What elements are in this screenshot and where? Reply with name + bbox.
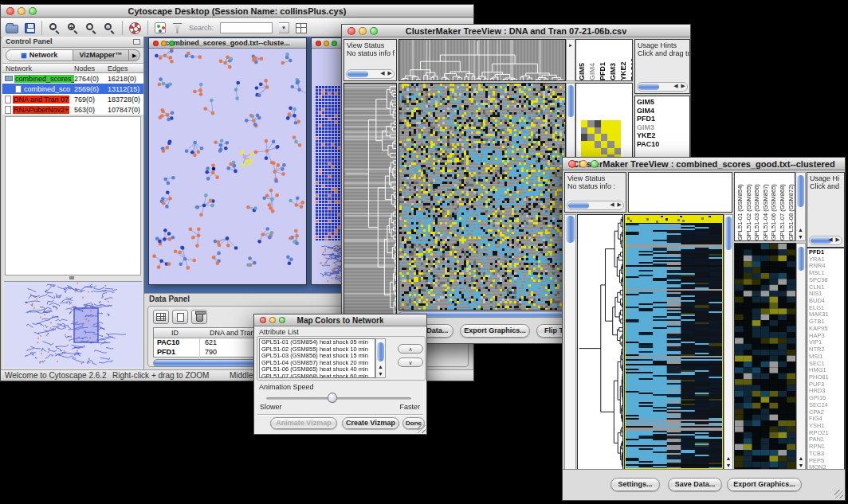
row-dendrogram-canvas[interactable] [344, 84, 396, 318]
detail-cell[interactable] [607, 120, 614, 127]
attribute-select-icon[interactable] [153, 310, 169, 324]
panel-resize-grip[interactable] [69, 276, 74, 279]
main-titlebar[interactable]: Cytoscape Desktop (Session Name: collins… [1, 5, 473, 18]
close-button[interactable] [347, 27, 355, 35]
zoom-button[interactable] [370, 27, 378, 35]
detail-cell[interactable] [614, 148, 621, 155]
import-table-icon[interactable] [296, 23, 307, 33]
column-label[interactable]: YKE2 [619, 41, 628, 80]
animate-vizmap-button[interactable]: Animate Vizmap [270, 417, 337, 429]
network-view-window[interactable]: combined_scores_good.txt--cluste... [148, 37, 307, 285]
gene-label[interactable]: GIM5 [635, 98, 689, 107]
treeview-button[interactable]: Save Data... [668, 478, 722, 491]
treeview-button[interactable]: Export Graphics... [727, 478, 802, 491]
close-button[interactable] [260, 317, 266, 323]
detail-cell[interactable] [601, 148, 607, 155]
network-table-row[interactable]: combined_scores_2764(0)16218(0) [2, 73, 143, 84]
detail-cell[interactable] [587, 148, 594, 155]
detail-heatmap[interactable] [734, 243, 796, 470]
column-dendrogram-empty[interactable] [628, 172, 732, 213]
network-table-row[interactable]: DNA and Tran 07769(0)183728(0) [2, 94, 143, 104]
main-heatmap[interactable] [624, 214, 724, 470]
column-label[interactable]: PAC10 [630, 41, 633, 80]
treeview-button[interactable]: Settings... [610, 478, 660, 491]
zoom-button[interactable] [169, 41, 175, 46]
column-label[interactable]: GPL51-02 (GSM855) [745, 174, 753, 240]
view-status-hscrollbar[interactable]: ◀ ▶ [346, 69, 395, 79]
detail-cell[interactable] [601, 120, 607, 127]
usage-hints-hscrollbar[interactable]: ◀ ▶ [637, 82, 688, 92]
zoom-button[interactable] [591, 160, 599, 168]
detail-cell[interactable] [607, 127, 614, 135]
resize-grip[interactable] [834, 490, 843, 498]
column-label[interactable]: GPL51-06 (GSM865) [770, 174, 778, 240]
global-vscrollbar[interactable] [564, 214, 576, 470]
row-dendrogram[interactable] [577, 214, 623, 470]
tab-network[interactable]: ▦Network [6, 49, 73, 61]
detail-cell[interactable] [581, 148, 587, 155]
close-button[interactable] [153, 41, 159, 46]
treeview1-titlebar[interactable]: ClusterMaker TreeView : DNA and Tran 07-… [342, 25, 690, 37]
detail-cell[interactable] [601, 141, 607, 148]
dense-network-canvas[interactable] [316, 86, 341, 240]
column-label[interactable]: GPL51-07 (GSM868) [779, 174, 787, 240]
animation-slider-track[interactable] [266, 397, 411, 400]
main-heatmap[interactable] [398, 83, 566, 311]
col-edges[interactable]: Edges [108, 64, 128, 73]
treeview2-titlebar[interactable]: ClusterMaker TreeView : combined_scores_… [563, 158, 845, 170]
new-attribute-icon[interactable] [172, 310, 188, 324]
col-nodes[interactable]: Nodes [74, 64, 95, 73]
detail-cell[interactable] [595, 148, 601, 155]
map-attribute-item[interactable]: GPL51-07 (GSM868) heat shock 60 min [260, 373, 375, 378]
birdseye-canvas[interactable] [4, 282, 143, 366]
minimize-button[interactable] [18, 7, 26, 15]
main-heatmap-canvas[interactable] [625, 215, 723, 469]
detail-cell[interactable] [607, 141, 614, 148]
column-label-scrollbar[interactable]: ▸ [566, 39, 575, 81]
zoom-button[interactable] [332, 41, 337, 46]
detail-cell[interactable] [581, 134, 587, 141]
detail-vscrollbar[interactable]: ▲▼ [796, 243, 806, 470]
detail-heatmap-canvas[interactable] [735, 244, 795, 469]
gene-label[interactable]: PAC10 [635, 140, 689, 149]
usage-hints-hscrollbar[interactable]: ◀ ▶ [809, 236, 842, 245]
col-network[interactable]: Network [6, 64, 32, 73]
gene-label[interactable]: PFD1 [635, 115, 689, 123]
detail-cell[interactable] [601, 134, 607, 141]
detail-cell[interactable] [595, 120, 601, 127]
detail-cell[interactable] [581, 120, 587, 127]
network-table-row[interactable]: RNAPuberNov2+563(0)107847(0) [2, 104, 143, 115]
detail-cell[interactable] [595, 141, 601, 148]
detail-cell[interactable] [614, 127, 621, 135]
network-annotation-icon[interactable] [155, 22, 166, 33]
zoom-selected-icon[interactable] [85, 22, 97, 34]
zoom-button[interactable] [279, 317, 285, 323]
column-dendrogram[interactable] [398, 39, 566, 81]
move-down-button[interactable]: ∨ [398, 357, 423, 367]
search-input[interactable] [220, 22, 273, 33]
gene-label[interactable]: GIM3 [635, 123, 689, 132]
save-session-icon[interactable] [25, 23, 35, 33]
detail-cell[interactable] [601, 127, 607, 135]
minimize-button[interactable] [579, 160, 587, 168]
column-label[interactable]: GIM4 [588, 41, 597, 80]
minimize-button[interactable] [359, 27, 367, 35]
animation-slider-thumb[interactable] [328, 393, 337, 403]
detail-cell[interactable] [607, 134, 614, 141]
detail-cell[interactable] [581, 141, 587, 148]
view-status-hscrollbar[interactable]: ◀ ▶ [567, 201, 624, 210]
column-label[interactable]: GIM3 [609, 41, 618, 80]
column-label[interactable]: GIM5 [578, 41, 587, 80]
heatmap-vscrollbar[interactable]: ▲▼ [724, 214, 733, 470]
main-heatmap-canvas[interactable] [399, 84, 565, 310]
detail-cell[interactable] [595, 127, 601, 135]
resize-grip[interactable] [417, 424, 426, 433]
row-dendrogram-canvas[interactable] [578, 215, 622, 469]
column-label[interactable]: GPL51-01 (GSM854) [736, 174, 744, 240]
column-label[interactable]: GPL51-08 (GSM872) [787, 174, 795, 240]
create-vizmap-button[interactable]: Create Vizmap [342, 417, 399, 429]
detail-cell[interactable] [614, 141, 621, 148]
column-label[interactable]: GPL51-03 (GSM856) [753, 174, 761, 240]
column-label[interactable]: GPL51-04 (GSM857) [762, 174, 770, 240]
gene-label[interactable]: YKE2 [635, 131, 689, 140]
